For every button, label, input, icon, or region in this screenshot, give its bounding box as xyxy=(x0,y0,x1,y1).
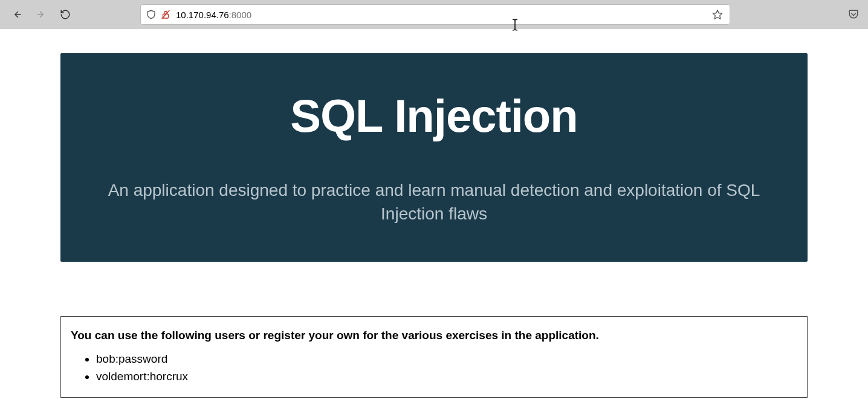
page-title: SQL Injection xyxy=(85,89,783,142)
forward-button[interactable] xyxy=(31,5,51,24)
list-item: voldemort:horcrux xyxy=(96,368,797,386)
reload-button[interactable] xyxy=(56,5,75,24)
users-list: bob:password voldemort:horcrux xyxy=(71,351,797,385)
url-host: 10.170.94.76 xyxy=(176,10,229,20)
list-item: bob:password xyxy=(96,351,797,368)
insecure-lock-icon[interactable] xyxy=(160,9,171,20)
users-info-heading: You can use the following users or regis… xyxy=(71,329,797,342)
pocket-icon[interactable] xyxy=(846,7,861,22)
users-info-box: You can use the following users or regis… xyxy=(60,316,808,398)
bookmark-star-icon[interactable] xyxy=(710,7,725,22)
shield-icon[interactable] xyxy=(146,9,157,20)
address-bar[interactable]: 10.170.94.76:8000 xyxy=(140,4,730,25)
page-subtitle: An application designed to practice and … xyxy=(102,178,766,225)
browser-toolbar: 10.170.94.76:8000 xyxy=(0,0,868,29)
url-port: :8000 xyxy=(229,10,252,20)
back-button[interactable] xyxy=(7,5,27,24)
page-content: SQL Injection An application designed to… xyxy=(0,29,868,398)
svg-marker-4 xyxy=(713,10,722,19)
hero-banner: SQL Injection An application designed to… xyxy=(60,53,808,262)
url-input[interactable]: 10.170.94.76:8000 xyxy=(176,10,705,20)
